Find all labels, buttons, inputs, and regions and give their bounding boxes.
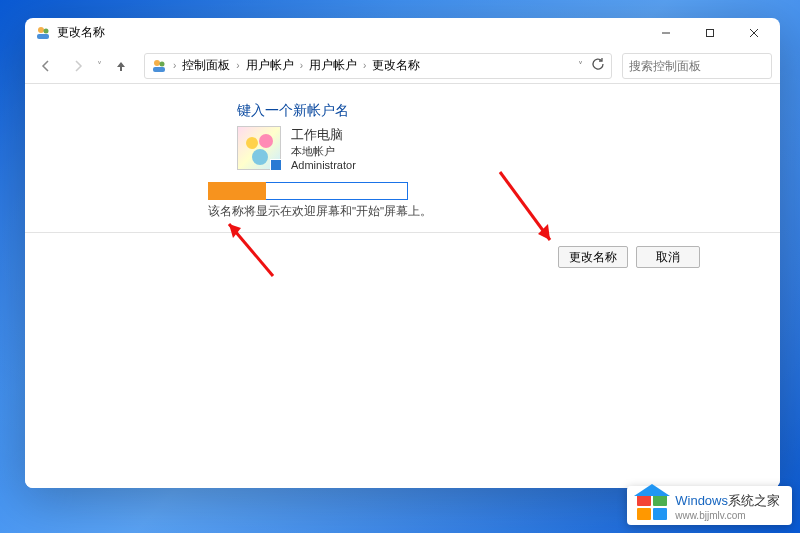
forward-button[interactable] [65,53,91,79]
svg-point-1 [44,28,49,33]
close-button[interactable] [732,19,776,47]
titlebar: 更改名称 [25,18,780,48]
shield-badge-icon [270,159,282,171]
navbar: ˅ › 控制面板 › 用户帐户 › 用户帐户 › 更改名称 ˅ [25,48,780,84]
account-type: 本地帐户 [291,144,356,159]
account-name-input[interactable] [266,182,408,200]
svg-line-17 [500,172,550,240]
control-panel-window: 更改名称 ˅ › 控制面板 [25,18,780,488]
cancel-button[interactable]: 取消 [636,246,700,268]
search-input[interactable] [629,59,779,73]
divider [25,232,780,233]
chevron-right-icon: › [171,60,178,71]
breadcrumb-item[interactable]: 控制面板 [182,57,230,74]
up-button[interactable] [108,53,134,79]
breadcrumb[interactable]: › 控制面板 › 用户帐户 › 用户帐户 › 更改名称 ˅ [144,53,612,79]
svg-point-14 [252,149,268,165]
content-area: 键入一个新帐户名 工作电脑 本地帐户 Administrator 该名称将显示在… [25,84,780,488]
watermark-text: Windows系统之家 www.bjjmlv.com [675,492,780,521]
maximize-button[interactable] [688,19,732,47]
svg-rect-2 [37,34,49,39]
breadcrumb-item[interactable]: 更改名称 [372,57,420,74]
account-role: Administrator [291,158,356,173]
watermark-logo-icon [637,494,667,520]
chevron-down-icon[interactable]: ˅ [578,60,583,71]
svg-point-7 [154,60,160,66]
svg-point-0 [38,27,44,33]
account-name: 工作电脑 [291,126,356,144]
watermark-brand-cn: 系统之家 [728,493,780,508]
breadcrumb-item[interactable]: 用户帐户 [309,57,357,74]
redaction-block [208,182,266,200]
svg-point-8 [160,61,165,66]
breadcrumb-item[interactable]: 用户帐户 [246,57,294,74]
svg-marker-16 [229,224,241,238]
watermark: Windows系统之家 www.bjjmlv.com [627,486,792,525]
window-controls [644,19,776,47]
page-heading: 键入一个新帐户名 [237,102,349,120]
account-summary: 工作电脑 本地帐户 Administrator [237,126,356,173]
annotation-arrow-left [215,214,285,284]
account-avatar [237,126,281,170]
search-box[interactable] [622,53,772,79]
window-title: 更改名称 [57,24,105,41]
svg-point-13 [259,134,273,148]
control-panel-icon [151,58,167,74]
svg-rect-9 [153,67,165,72]
recent-chevron-icon[interactable]: ˅ [97,60,102,71]
minimize-button[interactable] [644,19,688,47]
helper-text: 该名称将显示在欢迎屏幕和"开始"屏幕上。 [208,204,432,219]
watermark-brand-en: Windows [675,493,728,508]
back-button[interactable] [33,53,59,79]
svg-point-12 [246,137,258,149]
name-input-row [208,182,408,200]
annotation-arrow-right [480,162,570,252]
refresh-icon[interactable] [591,57,605,74]
action-buttons: 更改名称 取消 [558,246,700,268]
chevron-right-icon: › [361,60,368,71]
user-accounts-icon [35,25,51,41]
account-text: 工作电脑 本地帐户 Administrator [291,126,356,173]
chevron-right-icon: › [298,60,305,71]
chevron-right-icon: › [234,60,241,71]
svg-rect-4 [707,29,714,36]
watermark-url: www.bjjmlv.com [675,510,780,521]
change-name-button[interactable]: 更改名称 [558,246,628,268]
